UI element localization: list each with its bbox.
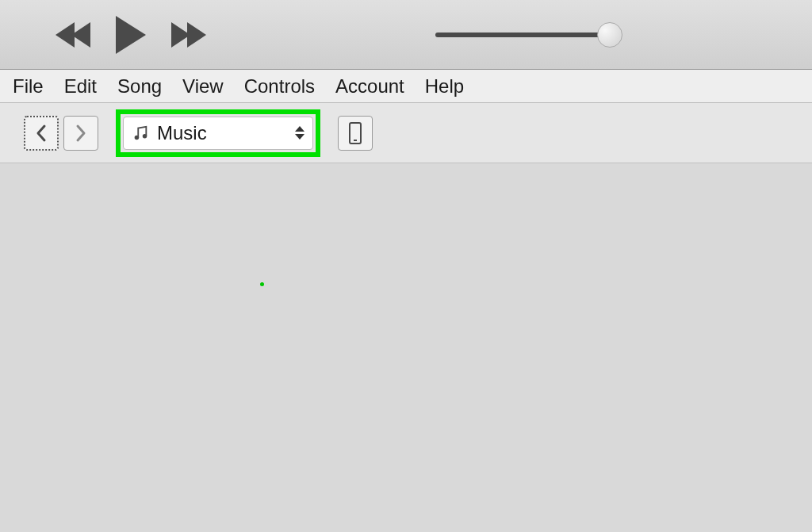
menu-song[interactable]: Song (117, 75, 162, 98)
music-icon (132, 124, 149, 142)
menu-edit[interactable]: Edit (64, 75, 97, 98)
forward-icon[interactable] (174, 22, 206, 48)
media-selector[interactable]: Music (123, 117, 313, 150)
svg-point-0 (135, 135, 140, 140)
playback-controls (56, 16, 206, 54)
media-selector-label: Music (157, 122, 207, 144)
play-icon[interactable] (116, 16, 146, 54)
menu-file[interactable]: File (13, 75, 44, 98)
content-area (0, 163, 812, 532)
toolbar: Music (0, 103, 812, 163)
chevron-right-icon (75, 124, 87, 143)
menu-help[interactable]: Help (425, 75, 464, 98)
volume-thumb[interactable] (597, 22, 622, 48)
volume-slider[interactable] (435, 33, 610, 37)
svg-point-1 (143, 133, 147, 138)
rewind-icon[interactable] (56, 22, 87, 48)
updown-icon (295, 126, 304, 140)
cursor-dot (260, 282, 264, 286)
device-button[interactable] (338, 116, 373, 151)
forward-button[interactable] (63, 116, 98, 151)
playback-bar (0, 0, 812, 70)
volume-track[interactable] (435, 33, 610, 37)
phone-icon (349, 122, 362, 144)
nav-buttons (24, 116, 98, 151)
menu-bar: File Edit Song View Controls Account Hel… (0, 70, 812, 103)
menu-view[interactable]: View (182, 75, 224, 98)
chevron-left-icon (35, 124, 48, 143)
highlight-frame: Music (116, 109, 320, 157)
menu-account[interactable]: Account (335, 75, 404, 98)
menu-controls[interactable]: Controls (244, 75, 315, 98)
back-button[interactable] (24, 116, 59, 151)
